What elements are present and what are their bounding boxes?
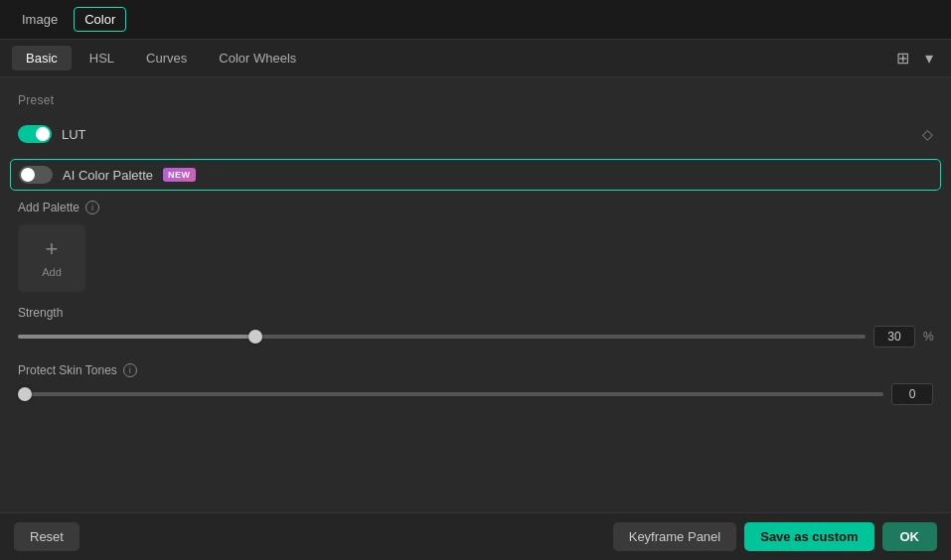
add-palette-text: Add Palette bbox=[18, 201, 79, 214]
add-palette-button[interactable]: + Add bbox=[18, 224, 85, 292]
strength-slider-thumb[interactable] bbox=[248, 330, 262, 344]
ai-palette-row: AI Color Palette NEW bbox=[10, 159, 941, 191]
protect-skin-text: Protect Skin Tones bbox=[18, 363, 117, 377]
plus-icon: + bbox=[46, 238, 59, 260]
bottom-bar-left: Reset bbox=[14, 522, 79, 551]
protect-skin-slider-thumb[interactable] bbox=[18, 387, 32, 401]
lut-toggle-slider[interactable] bbox=[18, 125, 52, 143]
tab-basic[interactable]: Basic bbox=[12, 46, 72, 70]
palette-add-label: Add bbox=[42, 266, 62, 278]
color-tab[interactable]: Color bbox=[74, 7, 126, 32]
protect-skin-label: Protect Skin Tones i bbox=[18, 363, 933, 377]
ai-palette-toggle-slider[interactable] bbox=[19, 166, 53, 184]
bottom-bar: Reset Keyframe Panel Save as custom OK bbox=[0, 512, 951, 560]
top-nav: Image Color bbox=[0, 0, 951, 40]
tab-curves[interactable]: Curves bbox=[132, 46, 201, 70]
lut-row: LUT ◇ bbox=[18, 119, 933, 149]
strength-label: Strength bbox=[18, 306, 933, 320]
protect-skin-slider-row: 0 bbox=[18, 383, 933, 405]
palette-grid: + Add bbox=[18, 224, 933, 292]
strength-slider-track[interactable] bbox=[18, 335, 866, 339]
protect-skin-slider-track[interactable] bbox=[18, 392, 883, 396]
strength-section: Strength 30 % bbox=[18, 306, 933, 348]
protect-skin-info-icon[interactable]: i bbox=[123, 363, 137, 377]
reset-button[interactable]: Reset bbox=[14, 522, 79, 551]
tab-hsl[interactable]: HSL bbox=[76, 46, 128, 70]
lut-toggle[interactable] bbox=[18, 125, 52, 143]
keyframe-panel-button[interactable]: Keyframe Panel bbox=[613, 522, 737, 551]
add-palette-info-icon[interactable]: i bbox=[85, 201, 99, 214]
sub-nav: Basic HSL Curves Color Wheels ⊞ ▾ bbox=[0, 40, 951, 77]
strength-unit: % bbox=[923, 330, 933, 344]
tab-color-wheels[interactable]: Color Wheels bbox=[205, 46, 310, 70]
lut-diamond-icon: ◇ bbox=[922, 126, 933, 142]
preset-label: Preset bbox=[18, 93, 933, 107]
strength-slider-row: 30 % bbox=[18, 326, 933, 348]
protect-skin-value[interactable]: 0 bbox=[891, 383, 933, 405]
image-tab[interactable]: Image bbox=[12, 8, 68, 31]
chevron-down-icon[interactable]: ▾ bbox=[919, 45, 939, 71]
ok-button[interactable]: OK bbox=[882, 522, 938, 551]
split-view-icon[interactable]: ⊞ bbox=[890, 45, 915, 71]
ai-palette-label: AI Color Palette bbox=[63, 168, 153, 183]
strength-slider-fill bbox=[18, 335, 255, 339]
add-palette-section: Add Palette i bbox=[18, 201, 933, 214]
ai-palette-toggle[interactable] bbox=[19, 166, 53, 184]
main-content: Preset LUT ◇ AI Color Palette NEW Add Pa… bbox=[0, 77, 951, 512]
new-badge: NEW bbox=[163, 168, 196, 182]
save-custom-button[interactable]: Save as custom bbox=[744, 522, 873, 551]
strength-value[interactable]: 30 bbox=[873, 326, 915, 348]
protect-skin-section: Protect Skin Tones i 0 bbox=[18, 363, 933, 405]
lut-label: LUT bbox=[62, 127, 86, 142]
